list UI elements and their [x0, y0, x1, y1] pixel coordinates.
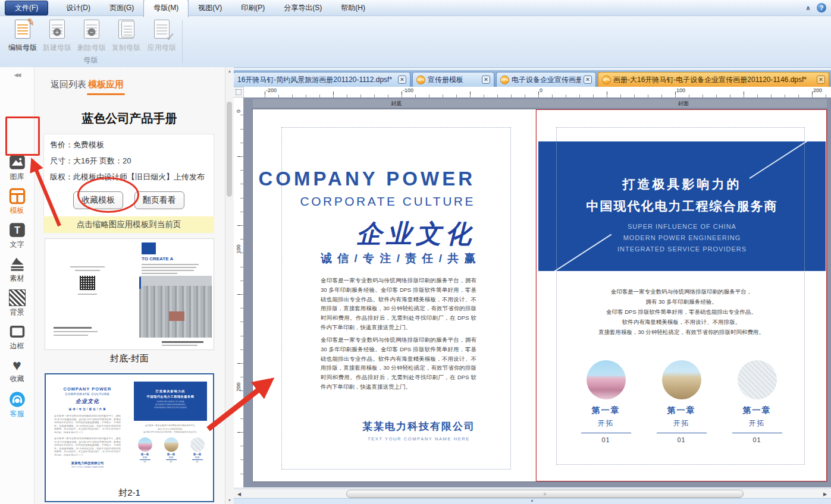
chapter-title: 第一章 [578, 405, 635, 416]
intro-line: 金印客是一家专业数码与传统网络排版印刷的服务平台， [537, 286, 826, 297]
sidebar-item-gallery[interactable]: 图库 [0, 154, 34, 182]
sidebar-item-material[interactable]: 素材 [0, 256, 34, 284]
sidebar-item-template[interactable]: 模板 [0, 188, 34, 216]
new-master-button[interactable]: + 新建母版 [40, 18, 74, 53]
ruler-tick-label: 0 [236, 105, 242, 117]
sidebar-item-border[interactable]: 边框 [0, 323, 34, 351]
chapter-divider [581, 433, 631, 433]
cover-paragraph: 金印客是一家专业数码与传统网络排版印刷的服务平台，拥有 30 多年印刷服务经验。… [321, 335, 476, 392]
page-front-cover-selected[interactable]: 打造极具影响力的 中国现代化电力工程综合服务商 SUPER INFLUENCE … [536, 109, 827, 481]
edit-master-button[interactable]: ✎ 编辑母版 [5, 18, 40, 53]
template-actions: 收藏模板 翻页看看 [44, 191, 214, 209]
horizontal-ruler: -200 -100 0 100 200 [244, 87, 831, 98]
mini-chapter-line [192, 459, 203, 460]
text-bar [162, 341, 203, 343]
intro-line: 软件内有海量精美模板，不用设计、不用排版。 [537, 317, 826, 327]
menu-design[interactable]: 设计(D) [57, 0, 100, 16]
mini-chapter-photo [138, 437, 152, 452]
sidebar-item-label: 文字 [0, 240, 34, 250]
sidebar-item-label: 素材 [0, 273, 34, 284]
collapse-panel-icon[interactable]: ◀◀ [0, 72, 34, 78]
panel-scrollbar[interactable]: ▲ ▼ [225, 67, 234, 504]
mini-subtitle: CORPORATE CULTURE [46, 392, 129, 396]
help-icon[interactable]: ? [817, 3, 826, 12]
edit-master-label: 编辑母版 [5, 43, 40, 53]
scroll-left-icon[interactable]: ◀ [234, 489, 244, 499]
back-to-list-link[interactable]: 返回列表 [51, 79, 86, 90]
new-master-icon: + [40, 18, 74, 42]
ruler-tick-label: 0 [540, 87, 542, 93]
cover-script-title: 企业文化 [259, 217, 475, 251]
menu-master[interactable]: 母版(M) [143, 0, 189, 17]
close-icon[interactable]: ✕ [398, 75, 406, 84]
scroll-down-icon[interactable]: ▼ [225, 498, 234, 502]
panel-scrollbar-thumb[interactable] [227, 102, 232, 197]
cover-subtitle: CORPORATE CULTURE [259, 194, 475, 209]
document-tab-label: 16开骑马钉-简约风景旅游画册201120-1112.dpsf* [237, 75, 392, 85]
scroll-up-icon[interactable]: ▲ [225, 69, 234, 73]
menu-share-export[interactable]: 分享导出(S) [274, 0, 331, 16]
copy-master-button[interactable]: 复制母版 [109, 18, 143, 53]
document-tab[interactable]: 16开骑马钉-简约风景旅游画册201120-1112.dpsf* ✕ [233, 72, 410, 87]
bottom-splitter[interactable]: ▼ [233, 498, 831, 504]
menu-print[interactable]: 印刷(P) [231, 0, 274, 16]
text-bar [70, 266, 105, 267]
mini-chapter-num: 01 [187, 461, 208, 463]
plus-icon: + [54, 28, 61, 36]
intro-line: 金印客 DPS 排版软件简单好用，零基础也能排出专业作品。 [537, 307, 826, 317]
tab-template-apply[interactable]: 模板应用 [88, 79, 124, 90]
section-label-front-cover: 封面 [540, 99, 827, 108]
document-tab-active[interactable]: DPS 画册-大16开骑马钉-电子设备企业宣传画册201120-1146.dps… [598, 72, 829, 87]
company-block: 某某电力科技有限公司 TEXT YOUR COMPANY NAME HERE [362, 420, 475, 442]
sidebar-item-label: 背景 [0, 307, 34, 317]
sidebar-item-background[interactable]: 背景 [0, 289, 34, 317]
chapter-block: 第一章 开拓 01 [578, 360, 635, 443]
template-thumbnail-spread-selected[interactable]: COMPANY POWER CORPORATE CULTURE 企业文化 诚 信… [45, 373, 214, 502]
scroll-right-icon[interactable]: ▶ [820, 489, 830, 499]
apply-master-button[interactable]: ✓ 应用母版 [145, 18, 179, 53]
thumbnail-label: 封底-封面 [45, 353, 214, 364]
favorite-template-button[interactable]: 收藏模板 [73, 191, 123, 209]
mini-chapter: 第一章 开拓 01 [134, 437, 156, 463]
intro-line: 拥有 30 多年印刷服务经验。 [537, 297, 826, 307]
chapter-subtitle: 开拓 [653, 418, 710, 429]
company-name: 某某电力科技有限公司 [362, 420, 475, 433]
mini-chapter: 第一章 开拓 01 [187, 437, 208, 463]
mini-intro-line: 金印客 DPS 排版软件简单好用，零基础也能排出专业作品。 [129, 431, 213, 434]
mini-paragraph: 金印客是一家专业数码与传统网络排版印刷的服务平台，拥有 30 多年印刷服务经验。… [54, 414, 121, 433]
text-bar [142, 270, 194, 271]
text-bar [142, 267, 196, 268]
design-canvas[interactable]: 封底 封面 COMPANY POWER CORPORATE CULTURE 企业… [244, 97, 831, 487]
ruler-tick-label: 100 [236, 243, 242, 255]
flip-preview-button[interactable]: 翻页看看 [134, 191, 184, 209]
heart-icon: ♥ [0, 357, 34, 373]
horizontal-scrollbar-thumb[interactable]: ≡ [346, 490, 744, 498]
delete-master-button[interactable]: − 删除母版 [74, 18, 109, 53]
menu-help[interactable]: 帮助(H) [331, 0, 375, 16]
city-photo [139, 276, 212, 338]
collapse-ribbon-icon[interactable]: ∧ [805, 4, 811, 12]
document-tab[interactable]: DPS 宣传册模板 ✕ [412, 72, 494, 87]
menu-page[interactable]: 页面(G) [100, 0, 143, 16]
menu-file[interactable]: 文件(F) [5, 1, 48, 15]
minus-icon: − [88, 28, 96, 36]
chapter-number: 01 [578, 436, 635, 443]
sidebar-item-text[interactable]: T 文字 [0, 222, 34, 250]
template-thumbnail-cover[interactable]: TO CREATE A 封底-封面 [45, 238, 214, 364]
close-icon[interactable]: ✕ [584, 75, 592, 84]
sidebar-item-favorites[interactable]: ♥ 收藏 [0, 357, 34, 384]
mini-chapter-subtitle: 开拓 [134, 456, 156, 459]
mini-chapter-subtitle: 开拓 [187, 456, 208, 459]
page-spread[interactable]: COMPANY POWER CORPORATE CULTURE 企业文化 诚 信… [253, 109, 827, 481]
sidebar-item-service[interactable]: 客服 [0, 391, 34, 419]
mini-chapter-photo [164, 437, 178, 452]
close-icon[interactable]: ✕ [817, 75, 825, 84]
document-tab[interactable]: DPS 电子设备企业宣传画册 ✕ [496, 72, 596, 87]
close-icon[interactable]: ✕ [482, 75, 490, 84]
chapter-divider [657, 433, 707, 433]
delete-master-icon: − [74, 18, 109, 42]
menu-view[interactable]: 视图(V) [189, 0, 231, 16]
qr-code [80, 276, 95, 290]
chapter-subtitle: 开拓 [578, 418, 635, 429]
page-back-cover[interactable]: COMPANY POWER CORPORATE CULTURE 企业文化 诚 信… [253, 109, 536, 481]
